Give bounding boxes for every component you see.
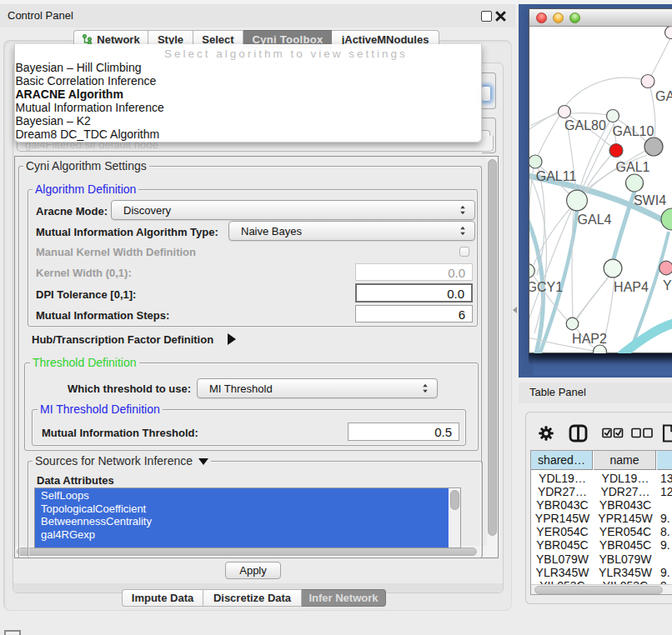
svg-text:SWI4: SWI4 (634, 193, 666, 208)
svg-text:YJ: YJ (663, 278, 672, 292)
svg-text:GAL4: GAL4 (578, 212, 612, 227)
svg-text:GAL1: GAL1 (616, 160, 650, 174)
svg-text:GCY1: GCY1 (529, 280, 563, 294)
svg-text:GAL11: GAL11 (536, 169, 577, 183)
svg-text:GAL10: GAL10 (613, 124, 654, 138)
svg-text:GAL80: GAL80 (564, 118, 606, 132)
svg-text:GAL2: GAL2 (655, 89, 672, 103)
svg-text:HAP4: HAP4 (614, 280, 649, 294)
svg-text:HAP2: HAP2 (572, 332, 607, 346)
